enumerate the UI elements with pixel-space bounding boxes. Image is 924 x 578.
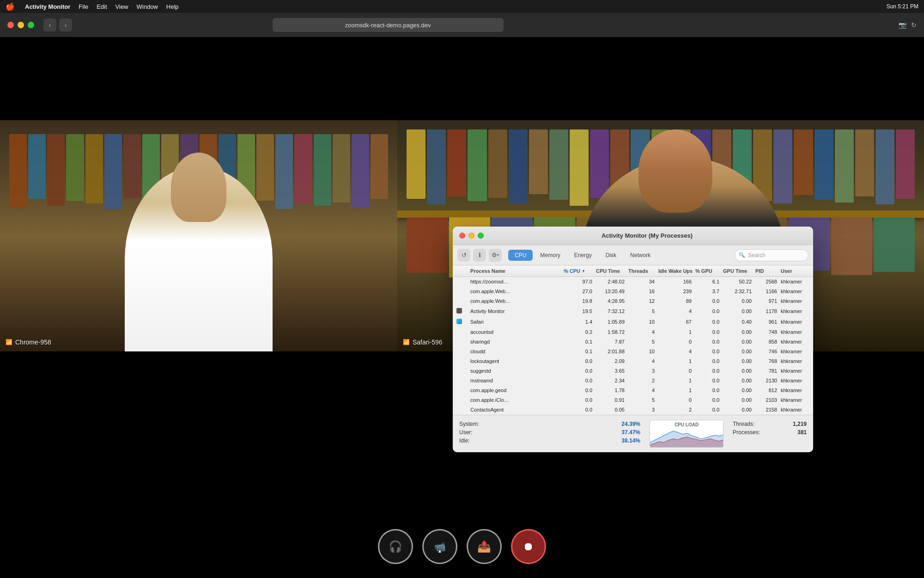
search-placeholder: Search bbox=[748, 252, 766, 258]
cell-cputime: 0.91 bbox=[594, 395, 626, 405]
am-search-bar[interactable]: 🔍 Search bbox=[735, 249, 808, 261]
am-tab-cpu[interactable]: CPU bbox=[508, 250, 533, 261]
apple-menu-icon[interactable]: 🍎 bbox=[6, 2, 15, 11]
cell-process: lockoutagent bbox=[468, 357, 562, 366]
url-bar[interactable]: zoomsdk-react-demo.pages.dev bbox=[273, 18, 504, 32]
col-header-idlewake[interactable]: Idle Wake Ups bbox=[657, 265, 693, 277]
menu-file[interactable]: File bbox=[79, 3, 88, 10]
table-row[interactable]: com.apple.Web… 27.0 13:20.49 16 239 3.7 … bbox=[453, 287, 813, 296]
table-row[interactable]: Activity Monitor 19.5 7:32.12 5 4 0.0 0.… bbox=[453, 306, 813, 317]
col-header-cputime[interactable]: CPU Time bbox=[594, 265, 626, 277]
am-refresh-button[interactable]: ↺ bbox=[457, 249, 470, 262]
cell-cputime: 4:28.95 bbox=[594, 296, 626, 306]
table-row[interactable]: ContactsAgent 0.0 0.05 3 2 0.0 0.00 2158… bbox=[453, 405, 813, 415]
table-row[interactable]: cloudd 0.1 2:01.88 10 4 0.0 0.00 746 khk… bbox=[453, 347, 813, 357]
col-header-gputime[interactable]: GPU Time bbox=[721, 265, 754, 277]
cell-process: Safari bbox=[468, 317, 562, 326]
am-tab-network[interactable]: Network bbox=[624, 250, 657, 261]
cell-gputime: 0.00 bbox=[721, 337, 754, 346]
url-text: zoomsdk-react-demo.pages.dev bbox=[345, 22, 431, 29]
col-header-user[interactable]: User bbox=[779, 265, 811, 277]
cell-pid: 812 bbox=[754, 386, 779, 395]
cell-user: khkramer bbox=[779, 395, 811, 405]
cell-user: khkramer bbox=[779, 366, 811, 375]
forward-button[interactable]: › bbox=[59, 18, 72, 31]
am-maximize-button[interactable] bbox=[478, 233, 484, 239]
col-header-gpu[interactable]: % GPU bbox=[693, 265, 721, 277]
am-window-controls bbox=[459, 233, 484, 239]
cell-cpu: 0.1 bbox=[562, 347, 594, 356]
am-tab-memory[interactable]: Memory bbox=[534, 250, 566, 261]
cell-idlewake: 0 bbox=[657, 337, 693, 346]
cell-cpu: 0.0 bbox=[562, 357, 594, 366]
maximize-button[interactable] bbox=[28, 22, 34, 28]
cell-user: khkramer bbox=[779, 327, 811, 337]
am-close-button[interactable] bbox=[459, 233, 465, 239]
col-header-process[interactable]: Process Name bbox=[468, 265, 562, 277]
close-button[interactable] bbox=[7, 22, 14, 28]
video-control-button[interactable]: 📹 ▲ bbox=[422, 529, 457, 564]
am-minimize-button[interactable] bbox=[468, 233, 474, 239]
am-tab-disk[interactable]: Disk bbox=[599, 250, 623, 261]
minimize-button[interactable] bbox=[18, 22, 24, 28]
table-row[interactable]: com.apple.geod 0.0 1.78 4 1 0.0 0.00 812… bbox=[453, 386, 813, 395]
col-header-cpu[interactable]: % CPU ▼ bbox=[562, 265, 594, 277]
table-row[interactable]: https://zoomsd… 97.0 2:48.02 34 166 6.1 … bbox=[453, 277, 813, 287]
cell-idlewake: 0 bbox=[657, 395, 693, 405]
cell-user: khkramer bbox=[779, 337, 811, 346]
menu-help[interactable]: Help bbox=[166, 3, 179, 10]
cell-cpu: 0.0 bbox=[562, 376, 594, 385]
cell-gputime: 2:32.71 bbox=[721, 287, 754, 296]
head-right bbox=[638, 129, 712, 213]
cell-cputime: 7.87 bbox=[594, 337, 626, 346]
cell-gpu: 0.0 bbox=[693, 357, 721, 366]
cell-gpu: 0.0 bbox=[693, 296, 721, 306]
am-tab-energy[interactable]: Energy bbox=[568, 250, 598, 261]
table-row[interactable]: com.apple.Web… 19.8 4:28.95 12 89 0.0 0.… bbox=[453, 296, 813, 306]
share-control-button[interactable]: 📤 bbox=[467, 529, 502, 564]
cell-threads: 3 bbox=[626, 405, 657, 414]
cell-process: com.apple.iClo… bbox=[468, 395, 562, 405]
menubar: 🍎 Activity Monitor File Edit View Window… bbox=[0, 0, 924, 13]
cell-pid: 746 bbox=[754, 347, 779, 356]
cell-icon bbox=[455, 330, 468, 334]
col-header-threads[interactable]: Threads bbox=[626, 265, 657, 277]
menu-edit[interactable]: Edit bbox=[97, 3, 107, 10]
table-row[interactable]: com.apple.iClo… 0.0 0.91 5 0 0.0 0.00 21… bbox=[453, 395, 813, 405]
cell-cpu: 0.2 bbox=[562, 327, 594, 337]
video-label-right: 📶 Safari-596 bbox=[403, 338, 443, 346]
cell-cpu: 0.0 bbox=[562, 366, 594, 375]
menu-view[interactable]: View bbox=[116, 3, 128, 10]
table-row[interactable]: sharingd 0.1 7.87 5 0 0.0 0.00 858 khkra… bbox=[453, 337, 813, 347]
am-info-button[interactable]: ℹ bbox=[473, 249, 486, 262]
cell-cpu: 19.8 bbox=[562, 296, 594, 306]
audio-control-button[interactable]: 🎧 bbox=[378, 529, 413, 564]
am-settings-button[interactable]: ⚙▾ bbox=[489, 249, 502, 262]
cell-threads: 5 bbox=[626, 307, 657, 316]
record-control-button[interactable]: ⏺ bbox=[511, 529, 546, 564]
cell-user: khkramer bbox=[779, 277, 811, 286]
cell-threads: 10 bbox=[626, 317, 657, 326]
cell-cpu: 0.0 bbox=[562, 405, 594, 414]
activity-monitor-window: Activity Monitor (My Processes) ↺ ℹ ⚙▾ C… bbox=[453, 227, 813, 452]
col-header-pid[interactable]: PID bbox=[754, 265, 779, 277]
back-button[interactable]: ‹ bbox=[43, 18, 56, 31]
processes-label: Processes: bbox=[733, 429, 760, 436]
cell-gpu: 0.0 bbox=[693, 386, 721, 395]
menu-window[interactable]: Window bbox=[137, 3, 158, 10]
browser-bar: ‹ › zoomsdk-react-demo.pages.dev 📷 ↻ bbox=[0, 13, 924, 37]
table-row[interactable]: lockoutagent 0.0 2.09 4 1 0.0 0.00 768 k… bbox=[453, 357, 813, 366]
table-row[interactable]: accountsd 0.2 1:58.72 4 1 0.0 0.00 748 k… bbox=[453, 327, 813, 337]
cell-icon bbox=[455, 388, 468, 392]
am-bottom-stats: System: 24.39% User: 37.47% Idle: 38.14%… bbox=[453, 415, 813, 452]
refresh-icon[interactable]: ↻ bbox=[911, 21, 917, 29]
table-row[interactable]: suggestd 0.0 3.65 3 0 0.0 0.00 781 khkra… bbox=[453, 366, 813, 376]
table-row[interactable]: Safari 1.4 1:05.89 10 67 0.0 0.40 961 kh… bbox=[453, 317, 813, 327]
idle-label: Idle: bbox=[459, 437, 470, 444]
cell-cputime: 2.09 bbox=[594, 357, 626, 366]
cell-icon bbox=[455, 359, 468, 363]
table-row[interactable]: mstreamd 0.0 2.34 2 1 0.0 0.00 2130 khkr… bbox=[453, 376, 813, 386]
cell-idlewake: 166 bbox=[657, 277, 693, 286]
cell-cputime: 2.34 bbox=[594, 376, 626, 385]
cell-pid: 768 bbox=[754, 357, 779, 366]
